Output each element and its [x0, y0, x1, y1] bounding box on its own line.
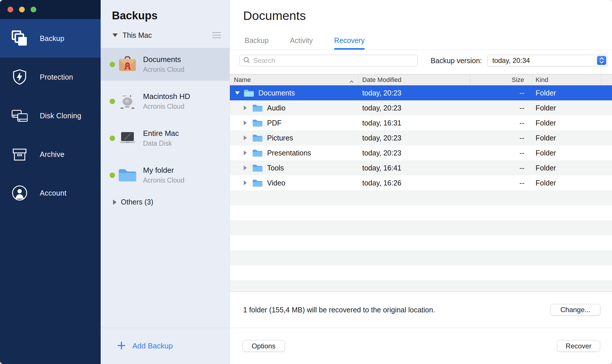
change-location-button[interactable]: Change... [550, 304, 600, 316]
nav-sidebar: Backup Protection [0, 0, 101, 364]
add-backup-button[interactable]: Add Backup [132, 342, 173, 350]
sidebar-item-label: Archive [40, 150, 64, 159]
bottom-bar: Options Recover [230, 328, 612, 364]
disclosure-right-icon[interactable] [244, 151, 247, 155]
search-input[interactable] [253, 57, 409, 65]
main-content: Documents Backup Activity Recovery Backu… [230, 0, 612, 364]
folder-icon [252, 119, 263, 127]
column-header-size[interactable]: Size [470, 74, 532, 85]
sidebar-item-label: Disk Cloning [40, 112, 81, 120]
tab-bar: Backup Activity Recovery [245, 36, 365, 50]
disclosure-down-icon[interactable] [235, 91, 240, 95]
others-label: Others (3) [121, 198, 153, 206]
sidebar-nav: Backup Protection [0, 19, 101, 212]
column-header-kind[interactable]: Kind [532, 74, 601, 85]
file-table: Documents today, 20:23 -- Folder Audio t… [230, 85, 612, 292]
close-window-button[interactable] [7, 7, 13, 12]
backup-version-value: today, 20:34 [492, 57, 530, 65]
stepper-icon [597, 56, 606, 65]
folder-icon [252, 104, 263, 112]
table-header: Name Date Modified Size Kind [230, 74, 612, 85]
panel-footer: Add Backup [101, 328, 230, 364]
blue-folder-icon [118, 167, 137, 183]
folder-icon [252, 134, 263, 142]
backup-entry-location: Acronis Cloud [143, 103, 190, 110]
backups-panel-title: Backups [101, 0, 230, 23]
table-row-tools[interactable]: Tools today, 16:41 -- Folder [230, 160, 612, 175]
recover-button[interactable]: Recover [557, 340, 600, 352]
group-label: This Mac [123, 31, 212, 40]
harddrive-icon [118, 93, 137, 110]
briefcase-icon [118, 56, 137, 73]
backup-entry-location: Data Disk [143, 140, 179, 147]
status-dot [110, 136, 115, 141]
backup-entry-macintosh-hd[interactable]: Macintosh HD Acronis Cloud [101, 85, 230, 118]
column-header-name[interactable]: Name [230, 74, 358, 85]
column-header-filler [601, 74, 612, 85]
backup-version-select[interactable]: today, 20:34 [487, 55, 607, 66]
backup-entry-documents[interactable]: Documents Acronis Cloud [101, 48, 230, 81]
backup-entry-name: Entire Mac [143, 129, 179, 138]
disclosure-down-icon[interactable] [112, 33, 118, 37]
backup-version-label: Backup version: [431, 57, 482, 65]
disclosure-right-icon[interactable] [244, 106, 247, 110]
plus-icon [117, 341, 126, 351]
table-row-audio[interactable]: Audio today, 20:23 -- Folder [230, 100, 612, 115]
sidebar-item-protection[interactable]: Protection [0, 58, 101, 96]
disclosure-right-icon[interactable] [244, 136, 247, 140]
zoom-window-button[interactable] [31, 7, 36, 12]
table-row-documents[interactable]: Documents today, 20:23 -- Folder [230, 85, 612, 100]
sort-ascending-icon [349, 78, 354, 85]
summary-text: 1 folder (155,4 MB) will be recovered to… [243, 306, 435, 314]
search-icon [243, 57, 250, 65]
backup-entry-location: Acronis Cloud [143, 66, 184, 74]
tab-backup[interactable]: Backup [245, 36, 269, 50]
backup-group-others[interactable]: Others (3) [113, 198, 230, 206]
shield-bolt-icon [12, 69, 28, 85]
controls-row: Backup version: today, 20:34 [230, 50, 612, 74]
table-row-video[interactable]: Video today, 16:26 -- Folder [230, 175, 612, 190]
backup-entry-name: Macintosh HD [143, 92, 190, 101]
options-button[interactable]: Options [242, 340, 285, 352]
search-box[interactable] [239, 55, 418, 66]
archive-box-icon [12, 146, 28, 162]
disclosure-right-icon[interactable] [244, 166, 247, 170]
recovery-summary: 1 folder (155,4 MB) will be recovered to… [230, 292, 612, 328]
page-title: Documents [243, 9, 612, 23]
table-row-presentations[interactable]: Presentations today, 20:23 -- Folder [230, 145, 612, 160]
window-titlebar [0, 0, 101, 19]
sidebar-item-account[interactable]: Account [0, 174, 101, 212]
backup-entry-location: Acronis Cloud [143, 177, 184, 184]
sidebar-item-backup[interactable]: Backup [0, 19, 101, 58]
sidebar-item-label: Protection [40, 73, 73, 81]
table-row-pictures[interactable]: Pictures today, 20:23 -- Folder [230, 130, 612, 145]
table-row-pdf[interactable]: PDF today, 16:31 -- Folder [230, 115, 612, 130]
status-dot [110, 99, 115, 104]
disk-cloning-icon [12, 108, 28, 124]
folder-icon [252, 164, 263, 172]
sidebar-item-label: Backup [40, 34, 64, 43]
account-person-icon [12, 185, 28, 201]
app-window: Backup Protection [0, 0, 612, 364]
backup-entry-name: Documents [143, 55, 184, 64]
disclosure-right-icon[interactable] [244, 121, 247, 125]
backup-group-this-mac[interactable]: This Mac [112, 29, 221, 41]
backup-entry-my-folder[interactable]: My folder Acronis Cloud [101, 159, 230, 192]
folder-icon [252, 149, 263, 157]
sidebar-item-archive[interactable]: Archive [0, 135, 101, 174]
disclosure-right-icon[interactable] [244, 181, 247, 185]
backup-entry-entire-mac[interactable]: Entire Mac Data Disk [101, 122, 230, 155]
empty-rows-stripes [230, 190, 612, 292]
main-header: Documents Backup Activity Recovery [230, 0, 612, 50]
tab-recovery[interactable]: Recovery [334, 36, 365, 50]
sidebar-item-disk-cloning[interactable]: Disk Cloning [0, 96, 101, 135]
disclosure-right-icon[interactable] [113, 200, 117, 205]
tab-activity[interactable]: Activity [290, 36, 313, 50]
laptop-icon [118, 130, 137, 147]
minimize-window-button[interactable] [19, 7, 25, 12]
list-options-icon[interactable] [212, 32, 221, 38]
backup-icon [12, 30, 28, 46]
backup-entries-list: Documents Acronis Cloud [101, 48, 230, 192]
sidebar-item-label: Account [40, 189, 66, 197]
column-header-date-modified[interactable]: Date Modified [358, 74, 470, 85]
